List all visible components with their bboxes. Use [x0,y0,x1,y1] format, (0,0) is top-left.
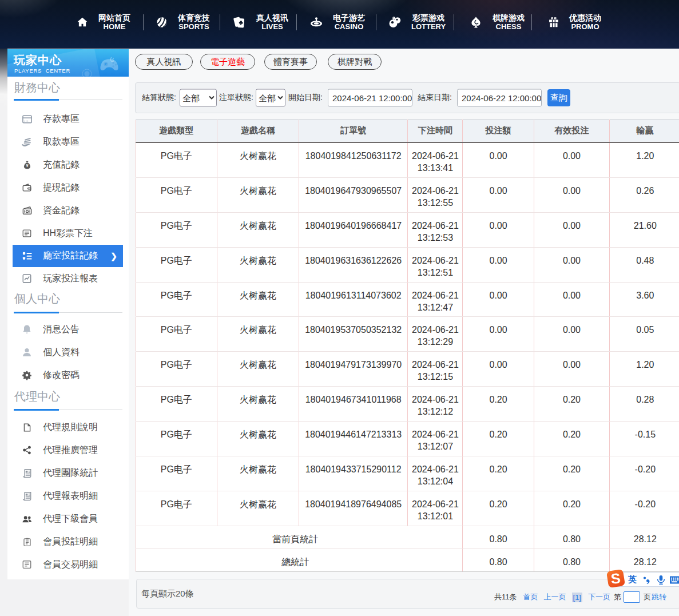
svg-text:¥: ¥ [26,163,28,168]
